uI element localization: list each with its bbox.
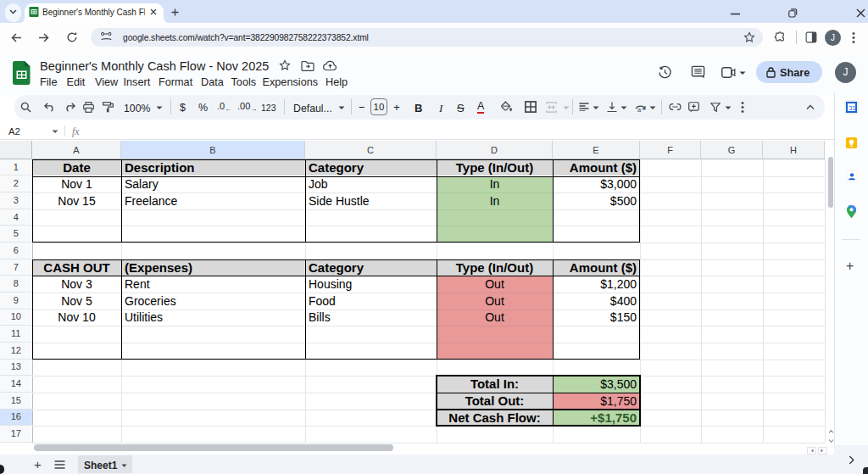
svg-text:31: 31 xyxy=(849,104,855,112)
